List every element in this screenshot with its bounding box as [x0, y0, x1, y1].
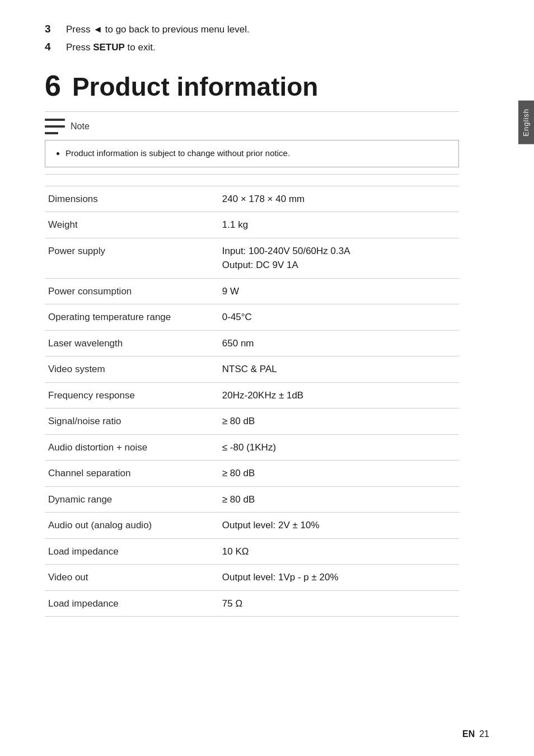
spec-label: Audio distortion + noise: [45, 434, 219, 461]
table-row: Channel separation≥ 80 dB: [45, 461, 459, 487]
spec-label: Laser wavelength: [45, 330, 219, 356]
table-row: Frequency response20Hz-20KHz ± 1dB: [45, 382, 459, 408]
spec-label: Dimensions: [45, 186, 219, 212]
spec-label: Dynamic range: [45, 486, 219, 513]
spec-label: Audio out (analog audio): [45, 513, 219, 539]
spec-value: Input: 100-240V 50/60Hz 0.3AOutput: DC 9…: [219, 238, 459, 278]
table-row: Load impedance75 Ω: [45, 590, 459, 617]
spec-label: Power supply: [45, 238, 219, 278]
note-content: Product information is subject to change…: [45, 140, 459, 167]
table-row: Dynamic range≥ 80 dB: [45, 486, 459, 513]
side-tab-text: English: [522, 109, 530, 137]
step-3-number: 3: [45, 23, 62, 35]
spec-value: ≥ 80 dB: [219, 461, 459, 487]
spec-label: Load impedance: [45, 538, 219, 565]
table-row: Load impedance10 KΩ: [45, 538, 459, 565]
footer-lang: EN: [462, 729, 475, 739]
note-icon: [45, 119, 65, 134]
step-4-text: Press SETUP to exit.: [66, 40, 156, 55]
spec-value: NTSC & PAL: [219, 356, 459, 383]
section-number: 6: [45, 71, 61, 100]
spec-value: ≥ 80 dB: [219, 408, 459, 435]
spec-value: 20Hz-20KHz ± 1dB: [219, 382, 459, 408]
table-row: Laser wavelength650 nm: [45, 330, 459, 356]
step-3: 3 Press ◄ to go back to previous menu le…: [45, 22, 459, 37]
left-arrow-icon: ◄: [93, 22, 102, 37]
table-row: Power supplyInput: 100-240V 50/60Hz 0.3A…: [45, 238, 459, 278]
spec-value: 1.1 kg: [219, 212, 459, 238]
spec-value: Output level: 1Vp - p ± 20%: [219, 565, 459, 591]
step-3-text: Press ◄ to go back to previous menu leve…: [66, 22, 250, 37]
table-row: Operating temperature range0-45°C: [45, 304, 459, 331]
spec-label: Channel separation: [45, 461, 219, 487]
spec-value: 0-45°C: [219, 304, 459, 331]
spec-label: Operating temperature range: [45, 304, 219, 331]
note-box: Note Product information is subject to c…: [45, 111, 459, 175]
spec-label: Frequency response: [45, 382, 219, 408]
spec-value: 240 × 178 × 40 mm: [219, 186, 459, 212]
table-row: Audio out (analog audio)Output level: 2V…: [45, 513, 459, 539]
spec-value: 10 KΩ: [219, 538, 459, 565]
spec-value: 75 Ω: [219, 590, 459, 617]
side-tab: English: [518, 101, 534, 144]
step-4: 4 Press SETUP to exit.: [45, 40, 459, 55]
table-row: Dimensions240 × 178 × 40 mm: [45, 186, 459, 212]
table-row: Signal/noise ratio≥ 80 dB: [45, 408, 459, 435]
note-label: Note: [71, 121, 90, 132]
note-header: Note: [45, 119, 459, 134]
specs-table: Dimensions240 × 178 × 40 mmWeight1.1 kgP…: [45, 186, 459, 617]
section-title: Product information: [72, 74, 318, 100]
spec-value: ≤ -80 (1KHz): [219, 434, 459, 461]
table-row: Power consumption9 W: [45, 278, 459, 304]
footer-page: 21: [479, 729, 489, 739]
spec-value: 650 nm: [219, 330, 459, 356]
spec-label: Video out: [45, 565, 219, 591]
note-icon-bar-3: [45, 132, 58, 134]
setup-label: SETUP: [93, 42, 125, 53]
step-4-number: 4: [45, 41, 62, 53]
step-list: 3 Press ◄ to go back to previous menu le…: [45, 22, 459, 54]
spec-label: Load impedance: [45, 590, 219, 617]
note-list: Product information is subject to change…: [54, 147, 449, 160]
table-row: Audio distortion + noise≤ -80 (1KHz): [45, 434, 459, 461]
spec-value: Output level: 2V ± 10%: [219, 513, 459, 539]
note-icon-bar-2: [45, 125, 65, 128]
spec-label: Video system: [45, 356, 219, 383]
spec-label: Weight: [45, 212, 219, 238]
spec-value: ≥ 80 dB: [219, 486, 459, 513]
table-row: Video systemNTSC & PAL: [45, 356, 459, 383]
spec-label: Signal/noise ratio: [45, 408, 219, 435]
note-icon-bar-1: [45, 119, 65, 121]
spec-value: 9 W: [219, 278, 459, 304]
table-row: Video outOutput level: 1Vp - p ± 20%: [45, 565, 459, 591]
table-row: Weight1.1 kg: [45, 212, 459, 238]
section-heading: 6 Product information: [45, 71, 459, 100]
spec-label: Power consumption: [45, 278, 219, 304]
note-item: Product information is subject to change…: [65, 147, 449, 160]
footer: EN 21: [462, 729, 489, 739]
